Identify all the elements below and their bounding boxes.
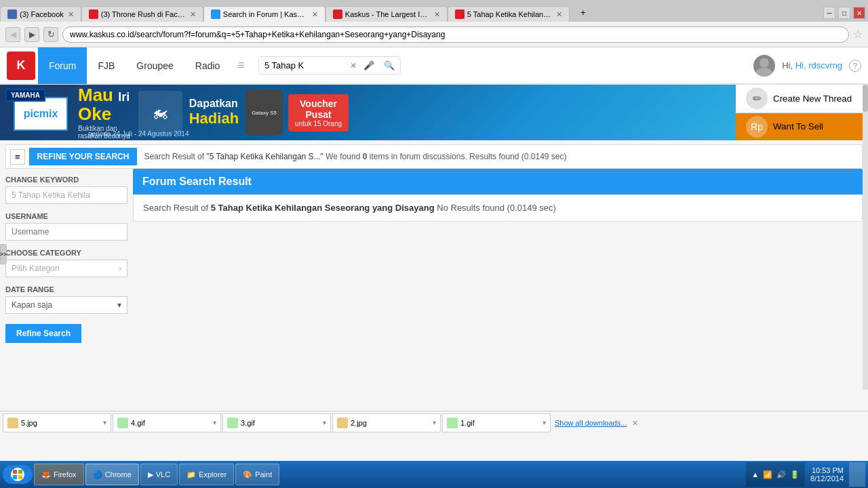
close-downloads-button[interactable]: × <box>632 418 637 428</box>
download-item-1[interactable]: 4.gif ▾ <box>113 413 221 432</box>
help-button[interactable]: ? <box>849 60 861 72</box>
tab-5tahap-close[interactable]: ✕ <box>556 10 562 19</box>
tab-search[interactable]: Search in Forum | Kaskus ✕ <box>203 6 326 22</box>
avatar <box>753 55 775 77</box>
download-arrow-2[interactable]: ▾ <box>323 419 326 426</box>
voucher-box: Voucher Pusat untuk 15 Orang <box>288 94 349 131</box>
download-filename-2: 3.gif <box>241 419 255 427</box>
banner-content: YAMAHA picmix Mau Iri Oke <box>0 85 736 140</box>
taskbar-app-paint[interactable]: 🎨Paint <box>235 464 279 485</box>
notification-area: ▲ 📶 🔊 🔋 <box>746 462 805 487</box>
picmix-text: picmix <box>24 108 58 120</box>
show-all-downloads-link[interactable]: Show all downloads... <box>555 419 627 427</box>
download-filename-3: 2.jpg <box>351 419 367 427</box>
date-range-select[interactable]: Kapan saja ▾ <box>5 296 127 314</box>
tab-kaskus[interactable]: Kaskus - The Largest Indo... ✕ <box>326 6 448 22</box>
taskbar-app-vlc[interactable]: ▶VLC <box>140 464 178 485</box>
bookmark-star[interactable]: ☆ <box>853 28 863 41</box>
tab-facebook-close[interactable]: ✕ <box>68 10 74 19</box>
taskbar-right: ▲ 📶 🔊 🔋 10:53 PM 8/12/2014 <box>746 462 865 487</box>
tab-search-favicon <box>211 9 220 19</box>
download-gif-icon-1 <box>117 418 128 428</box>
yamaha-logo: YAMAHA <box>5 89 45 102</box>
nav-groupee[interactable]: Groupee <box>125 47 184 84</box>
want-sell-label: Want To Sell <box>773 121 823 131</box>
want-sell-icon: Rp <box>746 116 768 138</box>
create-thread-label: Create New Thread <box>773 94 852 104</box>
maximize-button[interactable]: □ <box>838 7 850 19</box>
back-button[interactable]: ◀ <box>5 27 20 42</box>
no-results-text: Search Result of 5 Tahap Ketika Kehilang… <box>143 203 852 213</box>
left-sidebar-toggle[interactable]: >> <box>0 244 7 264</box>
close-button[interactable]: ✕ <box>853 7 865 19</box>
menu-icon[interactable]: ≡ <box>231 58 252 73</box>
tab-kaskus-label: Kaskus - The Largest Indo... <box>345 10 430 18</box>
tab-5tahap[interactable]: 5 Tahap Ketika Kehilangan... ✕ <box>448 6 570 22</box>
tab-throne-close[interactable]: ✕ <box>190 10 196 19</box>
mic-icon[interactable]: 🎤 <box>359 58 378 73</box>
category-select[interactable]: Pilih Kategori › <box>5 260 127 277</box>
download-arrow-4[interactable]: ▾ <box>542 419 546 426</box>
download-arrow-0[interactable]: ▾ <box>103 419 106 426</box>
download-gif-icon-2 <box>227 418 238 428</box>
nav-radio[interactable]: Radio <box>184 47 231 84</box>
kaskus-logo[interactable]: K <box>7 52 35 80</box>
taskbar-app-explorer[interactable]: 📁Explorer <box>179 464 234 485</box>
forum-result-header: Forum Search Result <box>133 169 863 195</box>
url-bar[interactable] <box>62 26 849 43</box>
bike-image: 🏍 <box>138 91 182 135</box>
refine-search-bar-button[interactable]: REFINE YOUR SEARCH <box>29 148 138 165</box>
refresh-button[interactable]: ↻ <box>43 27 58 42</box>
battery-icon: 🔋 <box>790 470 800 479</box>
tab-facebook[interactable]: (3) Facebook ✕ <box>0 6 81 22</box>
download-item-0[interactable]: 5.jpg ▾ <box>3 413 111 432</box>
download-item-4[interactable]: 1.gif ▾ <box>442 413 551 432</box>
minimize-button[interactable]: ─ <box>823 7 835 19</box>
header-search-input[interactable] <box>259 57 347 74</box>
download-item-2[interactable]: 3.gif ▾ <box>222 413 331 432</box>
username-input[interactable] <box>5 223 127 241</box>
keyword-input[interactable] <box>5 186 127 204</box>
forward-button[interactable]: ▶ <box>24 27 39 42</box>
picmix-logo: picmix <box>14 97 68 131</box>
taskbar-app-chrome[interactable]: 🔵Chrome <box>85 464 139 485</box>
header-right: Hi, Hi, rdscvrng ? <box>753 55 861 77</box>
change-keyword-label: CHANGE KEYWORD <box>5 176 127 184</box>
taskbar: 🦊Firefox 🔵Chrome ▶VLC 📁Explorer 🎨Paint ▲… <box>0 461 868 488</box>
refine-search-button[interactable]: Refine Search <box>5 324 81 343</box>
download-filename-4: 1.gif <box>460 419 475 427</box>
mau-label: Mau Iri <box>78 86 130 104</box>
svg-point-1 <box>756 68 772 77</box>
network-icon: 📶 <box>763 470 772 479</box>
search-icon[interactable]: 🔍 <box>378 58 400 73</box>
new-tab-button[interactable]: + <box>570 3 597 22</box>
tab-search-close[interactable]: ✕ <box>312 10 318 19</box>
tab-bar: (3) Facebook ✕ (3) Throne Rush di Facebo… <box>0 0 868 22</box>
search-clear-icon[interactable]: ✕ <box>347 61 359 70</box>
chevron-down-icon: ▾ <box>117 300 121 310</box>
download-filename-1: 4.gif <box>131 419 145 427</box>
taskbar-app-firefox[interactable]: 🦊Firefox <box>34 464 84 485</box>
action-buttons: ✏ Create New Thread Rp Want To Sell <box>736 85 868 140</box>
speaker-icon: 🔊 <box>776 470 786 479</box>
tab-throne[interactable]: (3) Throne Rush di Facebo... ✕ <box>81 6 203 22</box>
download-item-3[interactable]: 2.jpg ▾ <box>332 413 441 432</box>
download-arrow-3[interactable]: ▾ <box>433 419 436 426</box>
nav-fjb[interactable]: FJB <box>87 47 125 84</box>
banner-area: YAMAHA picmix Mau Iri Oke <box>0 85 868 140</box>
download-arrow-1[interactable]: ▾ <box>213 419 216 426</box>
window-controls: ─ □ ✕ <box>821 4 868 22</box>
want-to-sell-button[interactable]: Rp Want To Sell <box>736 113 868 141</box>
start-button[interactable] <box>3 465 33 484</box>
nav-forum[interactable]: Forum <box>38 47 87 84</box>
hadiah-text: Dapatkan Hadiah <box>189 98 239 127</box>
chevron-right-icon: › <box>119 264 121 273</box>
system-clock[interactable]: 10:53 PM 8/12/2014 <box>810 466 844 483</box>
list-view-button[interactable]: ≡ <box>10 149 25 165</box>
tab-kaskus-close[interactable]: ✕ <box>434 10 440 19</box>
show-desktop-button[interactable] <box>849 462 865 487</box>
create-thread-button[interactable]: ✏ Create New Thread <box>736 85 868 113</box>
scrollbar-thumb[interactable] <box>863 85 868 112</box>
taskbar-up-arrow[interactable]: ▲ <box>751 470 759 479</box>
username-label: USERNAME <box>5 212 127 220</box>
